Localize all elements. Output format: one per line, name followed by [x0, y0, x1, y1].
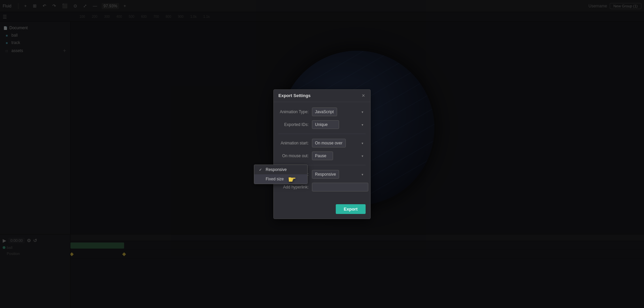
document-select[interactable]: Responsive Fixed size — [312, 170, 339, 179]
export-button[interactable]: Export — [336, 204, 366, 214]
document-dropdown[interactable]: ✓ Responsive Fixed size — [254, 165, 308, 184]
modal-header: Export Settings × — [274, 90, 370, 102]
exported-ids-select-wrapper: Unique Incremental — [312, 120, 366, 129]
animation-type-select-wrapper: JavaScript CSS SVG — [312, 107, 366, 116]
modal-body: Animation Type: JavaScript CSS SVG Expor… — [274, 102, 370, 201]
modal-close-button[interactable]: × — [361, 93, 366, 98]
divider-1 — [278, 134, 366, 134]
modal-title: Export Settings — [278, 93, 311, 98]
mouse-out-select-wrapper: Pause Stop Reverse — [312, 151, 366, 160]
exported-ids-select[interactable]: Unique Incremental — [312, 120, 339, 129]
animation-type-label: Animation Type: — [278, 109, 312, 114]
animation-type-select[interactable]: JavaScript CSS SVG — [312, 107, 337, 116]
dropdown-item-responsive[interactable]: ✓ Responsive — [254, 165, 307, 174]
mouse-out-label: On mouse out: — [278, 153, 312, 158]
animation-start-select[interactable]: On mouse over Automatic On click — [312, 139, 346, 147]
animation-start-row: Animation start: On mouse over Automatic… — [278, 139, 366, 147]
mouse-out-row: On mouse out: Pause Stop Reverse — [278, 151, 366, 160]
animation-start-select-wrapper: On mouse over Automatic On click — [312, 139, 366, 147]
modal-footer: Export — [274, 201, 370, 219]
animation-type-row: Animation Type: JavaScript CSS SVG — [278, 107, 366, 116]
mouse-out-select[interactable]: Pause Stop Reverse — [312, 151, 333, 160]
hyperlink-input[interactable] — [312, 183, 368, 191]
dropdown-item-fixed[interactable]: Fixed size — [254, 174, 307, 184]
document-select-wrapper: Responsive Fixed size — [312, 170, 366, 179]
exported-ids-label: Exported IDs: — [278, 122, 312, 127]
export-settings-modal: Export Settings × Animation Type: JavaSc… — [273, 89, 371, 219]
exported-ids-row: Exported IDs: Unique Incremental — [278, 120, 366, 129]
check-icon: ✓ — [259, 168, 263, 172]
dropdown-responsive-label: Responsive — [266, 167, 287, 172]
hyperlink-label: Add hyperlink: — [278, 185, 312, 189]
dropdown-fixed-label: Fixed size — [266, 177, 284, 181]
animation-start-label: Animation start: — [278, 141, 312, 145]
